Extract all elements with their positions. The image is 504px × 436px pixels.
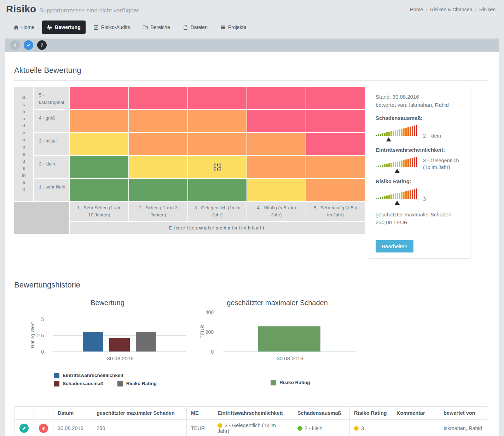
cell-eintrittswahrscheinlichkeit: 3 - Gelegentlich (1x im Jahr) <box>213 419 293 436</box>
legend-item: Risiko Rating <box>271 380 310 385</box>
edit-button[interactable]: Bearbeiten <box>376 240 413 252</box>
tab-risiko-audits[interactable]: Risiko-Audits <box>88 21 135 34</box>
matrix-corner <box>14 202 69 234</box>
max-damage-label: geschätzter maximaler Schaden: <box>376 211 464 219</box>
matrix-y-axis-label: Schadensausmaß <box>14 87 33 201</box>
status-dot <box>354 426 359 431</box>
y-axis-ticks: 0200400 <box>197 312 218 352</box>
bar-Risiko Rating <box>258 326 320 351</box>
breadcrumb-risiken[interactable]: Risiken <box>479 7 496 12</box>
tab-dateien[interactable]: Dateien <box>178 21 213 34</box>
matrix-row-label: 2 - klein <box>34 156 69 178</box>
gauge-value-schadensausmass: 2 - klein <box>423 133 441 140</box>
matrix-cell[interactable] <box>188 87 247 109</box>
cell-datum: 30.08.2016 <box>53 419 92 436</box>
matrix-cell[interactable] <box>70 179 128 201</box>
matrix-cell[interactable] <box>188 156 247 178</box>
edit-row-button[interactable] <box>19 424 29 433</box>
plot-area <box>223 312 356 352</box>
matrix-cell[interactable] <box>70 133 128 155</box>
matrix-cell[interactable] <box>70 156 128 178</box>
folder-icon <box>143 25 148 30</box>
matrix-cell[interactable] <box>70 110 128 132</box>
matrix-col-header: 1 - Sehr Selten (1 x in 10 Jahren) <box>70 202 128 221</box>
gauge-label-eintrittswahrscheinlichkeit: Eintrittswahrscheinlichkeit: <box>376 146 464 154</box>
gauge-value-eintrittswahrscheinlichkeit: 3 - Gelegentlich (1x im Jahr) <box>423 157 464 171</box>
tab-bewertung[interactable]: Bewertung <box>42 21 85 34</box>
col-header-edit <box>15 406 34 419</box>
matrix-row-label: 4 - groß <box>34 110 69 132</box>
y-tick-label: 5 <box>41 316 44 322</box>
matrix-cell[interactable] <box>247 110 306 132</box>
gauge-label-risiko-rating: Risiko Rating: <box>376 178 464 186</box>
bar-Schadensausmaß <box>109 338 130 351</box>
section-heading-aktuelle-bewertung: Aktuelle Bewertung <box>14 66 487 81</box>
matrix-cell[interactable] <box>188 179 247 201</box>
status-dot <box>297 426 302 431</box>
breadcrumb-separator: / <box>426 7 427 12</box>
col-header-datum: Datum <box>53 406 92 419</box>
tab-home[interactable]: Home <box>8 21 39 34</box>
matrix-cell[interactable] <box>247 179 306 201</box>
matrix-cell[interactable] <box>129 179 187 201</box>
assessment-author: bewertet von: Iskmahan, Rahid <box>376 101 464 109</box>
y-tick-label: 0 <box>41 349 44 355</box>
matrix-cell[interactable] <box>306 179 365 201</box>
charts-row: Bewertung Rating Wert 02.55 30.08.2016 E… <box>14 299 487 386</box>
cell-kommentar <box>392 419 439 436</box>
matrix-cell[interactable] <box>129 156 187 178</box>
tab-projekte[interactable]: Projekte <box>215 21 251 34</box>
x-tick-label: 30.08.2016 <box>223 355 357 361</box>
delete-row-button[interactable] <box>39 424 48 433</box>
confirm-button[interactable] <box>24 40 33 50</box>
matrix-cell[interactable] <box>129 133 187 155</box>
matrix-cell[interactable] <box>306 133 365 155</box>
legend-item: Schadensausmaß <box>54 381 103 386</box>
breadcrumb-separator: / <box>475 7 476 12</box>
main-nav: Home Bewertung Risiko-Audits Bereiche Da… <box>8 21 504 34</box>
col-header-delete <box>34 406 53 419</box>
cell-me: TEUR <box>187 419 213 436</box>
matrix-cell[interactable] <box>306 156 365 178</box>
back-button[interactable] <box>10 40 20 50</box>
matrix-cell[interactable] <box>306 87 365 109</box>
app-header: Risiko Supportprozesse sind nicht verfüg… <box>0 0 504 15</box>
gauge-value-risiko-rating: 3 <box>423 196 426 203</box>
breadcrumb: Home/Risiken & Chancen/Risiken <box>410 7 496 15</box>
matrix-cell[interactable] <box>247 87 306 109</box>
matrix-row-label: 1 - sehr klein <box>34 179 69 201</box>
y-tick-label: 200 <box>205 329 214 335</box>
matrix-cell[interactable] <box>188 110 247 132</box>
max-damage-value: 250,00 TEUR <box>376 219 464 227</box>
gridline <box>223 351 356 352</box>
breadcrumb-risiken-chancen[interactable]: Risiken & Chancen <box>430 7 472 12</box>
y-axis-ticks: 02.55 <box>28 319 48 352</box>
cell-risiko-rating: 3 <box>350 419 392 436</box>
table-row: 30.08.2016 250 TEUR 3 - Gelegentlich (1x… <box>15 419 487 436</box>
y-tick-label: 2.5 <box>37 333 44 338</box>
matrix-cell[interactable] <box>70 87 128 109</box>
matrix-cell[interactable] <box>306 110 365 132</box>
matrix-cell[interactable] <box>247 156 306 178</box>
bar-Eintrittswahrscheinlichkeit <box>83 332 103 351</box>
gauge-risiko-rating <box>376 188 419 204</box>
file-icon <box>183 25 188 30</box>
breadcrumb-home[interactable]: Home <box>410 7 423 12</box>
legend-item: Risiko Rating <box>117 381 157 386</box>
tab-bereiche[interactable]: Bereiche <box>138 21 175 34</box>
legend-item: Eintrittswahrscheinlichkeit <box>54 373 123 378</box>
matrix-cell[interactable] <box>188 133 247 155</box>
matrix-cell[interactable] <box>247 133 306 155</box>
gauge-marker-icon <box>395 166 400 173</box>
page-subtitle: Supportprozesse sind nicht verfügbar <box>39 7 139 14</box>
bar-Risiko Rating <box>136 332 156 351</box>
col-header-kommentar: Kommentar <box>392 406 439 419</box>
page: Risiko Supportprozesse sind nicht verfüg… <box>0 0 504 436</box>
cell-schaden: 250 <box>92 419 187 436</box>
matrix-cell[interactable] <box>129 110 187 132</box>
matrix-cell[interactable] <box>129 87 187 109</box>
plot-area <box>53 319 186 352</box>
main-content: Aktuelle Bewertung Schadensausmaß 5 - ka… <box>5 52 499 436</box>
chart-legend: EintrittswahrscheinlichkeitSchadensausma… <box>54 373 174 386</box>
help-button[interactable]: ? <box>37 40 47 50</box>
